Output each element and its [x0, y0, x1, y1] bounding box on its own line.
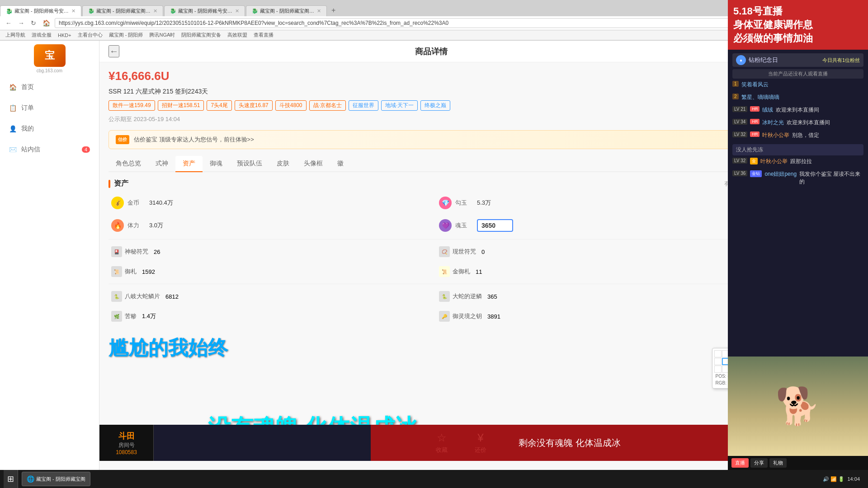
- appraisal-icon: 估价: [116, 135, 129, 144]
- tag-peak: 终极之巅: [420, 100, 450, 111]
- bookmark-3[interactable]: HKD+: [56, 32, 73, 38]
- bookmark-6[interactable]: 腾讯NGA时: [147, 31, 177, 39]
- stream-controls: 直播 分享 礼物: [728, 456, 868, 470]
- yuzha-label: 御札: [125, 267, 137, 276]
- new-tab-button[interactable]: +: [328, 5, 339, 16]
- hunyu-value-input[interactable]: 3650: [477, 219, 513, 232]
- tab-yuhun[interactable]: 御魂: [203, 156, 230, 171]
- diamond-count: 今日共有1位粉丝: [822, 57, 860, 64]
- sidebar-item-messages-label: 站内信: [21, 145, 40, 154]
- back-button[interactable]: ←: [108, 45, 119, 57]
- tab-3[interactable]: 🐉 藏宝阁 - 阴阳师账号安全平台首页 ✕: [164, 5, 245, 16]
- asset-kushen: 🌿 苦糁 1.4万: [108, 309, 432, 324]
- tab-1[interactable]: 🐉 藏宝阁 - 阴阳师账号安全平台首页 ✕: [0, 5, 81, 16]
- live-dog-icon: 🐕: [775, 385, 821, 427]
- mine-icon: 👤: [9, 125, 17, 132]
- product-header: ← 商品详情 🔗 •••: [99, 41, 769, 62]
- chat-badge-5: HR: [750, 131, 760, 137]
- product-tags: 散件一速159.49 招财一速158.51 7头4尾 头速度16.87 斗技48…: [108, 100, 760, 111]
- start-menu[interactable]: ⊞: [4, 470, 18, 488]
- sidebar-item-messages[interactable]: ✉️ 站内信 4: [0, 139, 99, 160]
- chat-text-7: 我发你个鉴宝 屋读不出来的: [799, 170, 863, 186]
- tab-overview[interactable]: 角色总览: [108, 156, 148, 171]
- ctrl-gift-btn[interactable]: 礼物: [769, 458, 787, 468]
- yuzha-value: 1592: [142, 268, 155, 275]
- tab-3-label: 藏宝阁 - 阴阳师账号安全平台首页: [178, 8, 232, 14]
- tab-frame[interactable]: 头像框: [297, 156, 330, 171]
- asset-goyu: 💎 勾玉 5.3万: [436, 194, 760, 212]
- taskbar-browser[interactable]: 🌐 藏宝阁 - 阴阳师藏宝阁: [22, 472, 90, 486]
- system-tray-icons: 🔊 📶 🔋: [823, 476, 844, 482]
- asset-gold: 💰 金币 3140.4万: [108, 194, 432, 212]
- bookmark-4[interactable]: 主看台中心: [76, 31, 104, 39]
- swatch-cell-7[interactable]: [714, 366, 722, 373]
- asset-reverse-scales: 🐍 大蛇的逆鳞 365: [436, 289, 760, 304]
- current-charm-label: 现世符咒: [453, 248, 476, 256]
- scales-icon: 🐍: [111, 291, 122, 302]
- diamond-icon: ♦: [736, 55, 746, 65]
- chat-level-3: LV 21: [732, 106, 747, 112]
- bookmark-9[interactable]: 查看直播: [252, 31, 275, 39]
- reverse-scales-value: 365: [487, 293, 497, 300]
- sidebar-item-orders-label: 订单: [21, 104, 34, 112]
- blue-overlay: 尴尬的我始终: [108, 335, 228, 361]
- current-charm-icon: 📿: [439, 246, 450, 257]
- tab-assets[interactable]: 资产: [175, 156, 203, 172]
- back-browser-button[interactable]: ←: [4, 19, 14, 28]
- bookmark-5[interactable]: 藏宝阁 - 阴阳师: [107, 31, 145, 39]
- system-tray: 🔊 📶 🔋 14:04: [818, 476, 864, 482]
- logo-subtext: cbg.163.com: [37, 68, 62, 73]
- chat-msg-7: LV 36 金钻 one妞妞peng 我发你个鉴宝 屋读不出来的: [732, 170, 863, 186]
- tab-1-close[interactable]: ✕: [71, 8, 75, 14]
- asset-stamina: 🔥 体力 3.0万: [108, 216, 432, 235]
- bookmark-2[interactable]: 游戏全服: [30, 31, 53, 39]
- tab-shishen[interactable]: 式神: [148, 156, 175, 171]
- appraisal-banner[interactable]: 估价 估价鉴宝 顶级专家达人为您估号，前往体验>> ›: [108, 130, 760, 149]
- divider-1: [108, 239, 760, 239]
- tab-preset[interactable]: 预设队伍: [230, 156, 269, 171]
- chat-msg-3: LV 21 HR 绒绒 欢迎来到本直播间: [732, 106, 863, 114]
- tag-headspeed: 头速度16.87: [235, 100, 273, 111]
- bookmark-1[interactable]: 上网导航: [4, 31, 27, 39]
- tab-2[interactable]: 🐉 藏宝阁 - 阴阳师藏宝阁安全首页 ✕: [82, 5, 163, 16]
- diamond-header: ♦ 钻粉纪念日 今日共有1位粉丝: [732, 53, 863, 67]
- product-date: 公示期至 2023-05-19 14:04 卖家: kkyo: [108, 115, 760, 123]
- sidebar-item-mine[interactable]: 👤 我的: [0, 118, 99, 139]
- tab-4-label: 藏宝阁 - 阴阳师藏宝阁安全首页: [260, 8, 314, 14]
- ctrl-live-btn[interactable]: 直播: [731, 458, 749, 468]
- sidebar-item-home[interactable]: 🏠 首页: [0, 77, 99, 98]
- app-logo: 宝 cbg.163.com: [32, 45, 68, 72]
- message-icon: ✉️: [9, 146, 17, 153]
- chat-user-3: 绒绒: [762, 106, 773, 114]
- chat-badge-3: HR: [750, 106, 760, 112]
- address-input[interactable]: [55, 18, 823, 28]
- assets-grid-2: 🎴 神秘符咒 26 📿 现世符咒 0 📜 御札 1592 📜 金御札: [108, 244, 760, 279]
- tab-skin[interactable]: 皮肤: [269, 156, 297, 171]
- tab-4[interactable]: 🐉 藏宝阁 - 阴阳师藏宝阁安全首页 ✕: [246, 5, 327, 16]
- stamina-label: 体力: [127, 221, 146, 230]
- bookmark-8[interactable]: 高效联盟: [226, 31, 249, 39]
- swatch-cell-4[interactable]: [714, 358, 722, 365]
- refresh-button[interactable]: ↻: [29, 19, 38, 28]
- chat-text-5: 别急，借定: [792, 131, 863, 139]
- bookmark-7[interactable]: 阴阳师藏宝阁安备: [179, 31, 223, 39]
- swatch-cell-1[interactable]: [714, 350, 722, 357]
- content-area: ← 商品详情 🔗 ••• ¥16,666.6U SSR 121 六星式神 215…: [99, 41, 769, 479]
- forward-browser-button[interactable]: →: [16, 19, 26, 28]
- stamina-value: 3.0万: [149, 221, 163, 230]
- gold-value: 3140.4万: [149, 199, 173, 207]
- divider-2: [108, 284, 760, 284]
- red-band-text: 剩余没有魂魄 化体温成冰: [519, 437, 621, 449]
- windows-icon: ⊞: [7, 474, 14, 484]
- scales-value: 6812: [165, 293, 179, 300]
- gold-label: 金币: [127, 199, 146, 207]
- ctrl-share-btn[interactable]: 分享: [750, 458, 768, 468]
- chat-user-1: 笑着看风云: [741, 81, 769, 89]
- asset-mystery-charm: 🎴 神秘符咒 26: [108, 244, 432, 259]
- announce-line-2: 身体亚健康调作息: [733, 18, 863, 32]
- chat-rank-2: 2: [732, 94, 739, 99]
- sidebar-item-orders[interactable]: 📋 订单: [0, 98, 99, 118]
- tab-badge[interactable]: 徽: [330, 156, 351, 171]
- home-button[interactable]: 🏠: [41, 19, 52, 28]
- reverse-scales-label: 大蛇的逆鳞: [453, 292, 482, 300]
